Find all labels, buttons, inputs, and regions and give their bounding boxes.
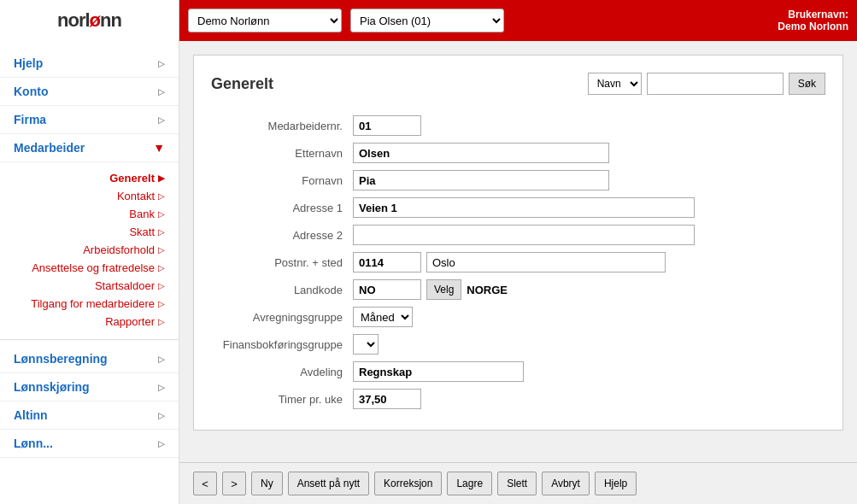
landkode-input[interactable] [353,279,421,300]
chevron-right-icon: ▷ [158,281,165,290]
sidebar-item-tilgang[interactable]: Tilgang for medarbeidere ▷ [0,295,179,313]
chevron-right-icon: ▷ [158,245,165,255]
medarbeidernr-label: Medarbeidernr. [211,112,348,139]
postnr-group [353,252,820,273]
search-button[interactable]: Søk [789,73,825,95]
main-area: Generelt Navn Søk Medarbeidernr. [179,41,857,504]
prev-button[interactable]: < [193,472,217,495]
user-info: Brukernavn: Demo Norlonn [778,9,848,32]
chevron-right-icon: ▷ [158,355,165,364]
content-header: Generelt Navn Søk [211,73,825,95]
search-input[interactable] [647,73,784,95]
form-row-postnr: Postnr. + sted [211,249,825,276]
fornavn-input[interactable] [353,170,609,190]
timer-input[interactable] [353,389,421,409]
ny-button[interactable]: Ny [251,472,283,495]
sidebar-item-medarbeider[interactable]: Medarbeider ▼ [0,134,179,162]
chevron-right-icon: ▷ [158,383,165,392]
hjelp-button[interactable]: Hjelp [595,472,637,495]
chevron-right-icon: ▷ [158,115,165,125]
sidebar-item-altinn[interactable]: Altinn ▷ [0,401,179,430]
avdeling-input[interactable] [353,361,524,382]
chevron-right-icon: ▷ [158,263,165,273]
chevron-down-icon: ▼ [153,141,165,155]
page-title: Generelt [211,75,273,93]
finansbokforing-select[interactable] [353,334,379,355]
adresse1-label: Adresse 1 [211,194,348,221]
chevron-right-filled-icon: ▶ [158,173,165,183]
sidebar-item-kontakt[interactable]: Kontakt ▷ [0,187,179,205]
sidebar-item-lonnskjoring[interactable]: Lønnskjøring ▷ [0,373,179,401]
fornavn-label: Fornavn [211,167,348,194]
velg-button[interactable]: Velg [426,279,461,300]
ansett-button[interactable]: Ansett på nytt [288,472,369,495]
avbryt-button[interactable]: Avbryt [542,472,590,495]
etternavn-input[interactable] [353,143,609,163]
sidebar-sub-label-bank: Bank [129,208,155,220]
medarbeidernr-input[interactable] [353,115,421,136]
korreksjon-button[interactable]: Korreksjon [374,472,442,495]
chevron-right-icon: ▷ [158,227,165,237]
slett-button[interactable]: Slett [497,472,537,495]
search-filter-select[interactable]: Navn [588,73,642,95]
sidebar-item-lonn[interactable]: Lønn... ▷ [0,430,179,458]
postnr-input[interactable] [353,252,421,273]
chevron-right-icon: ▷ [158,191,165,201]
chevron-right-icon: ▷ [158,87,165,97]
sidebar-item-lonnsberegning[interactable]: Lønnsberegning ▷ [0,345,179,373]
header-controls: Demo Norlønn Pia Olsen (01) Brukernavn: … [179,0,857,41]
sidebar-item-arbeidsforhold[interactable]: Arbeidsforhold ▷ [0,241,179,259]
adresse1-input[interactable] [353,197,695,218]
sidebar-sub-label-skatt: Skatt [129,226,155,238]
search-area: Navn Søk [588,73,825,95]
sidebar-item-rapporter[interactable]: Rapporter ▷ [0,313,179,331]
sidebar-sub-label-generelt: Generelt [109,172,155,185]
chevron-right-icon: ▷ [158,209,165,219]
sidebar-label-lonn: Lønn... [14,437,53,450]
chevron-right-icon: ▷ [158,411,165,420]
finansbokforing-label: Finansbokføringsgruppe [211,331,348,358]
form-row-landkode: Landkode Velg NORGE [211,276,825,303]
sidebar-item-konto[interactable]: Konto ▷ [0,78,179,106]
user-dropdown[interactable]: Pia Olsen (01) [350,9,504,32]
user-label: Brukernavn: [778,9,848,21]
generelt-form: Medarbeidernr. Etternavn F [211,112,825,413]
company-dropdown[interactable]: Demo Norlønn [188,9,342,32]
sidebar-item-bank[interactable]: Bank ▷ [0,205,179,223]
sidebar-item-firma[interactable]: Firma ▷ [0,106,179,134]
sidebar-item-startsaldoer[interactable]: Startsaldoer ▷ [0,277,179,295]
sidebar-bottom-section: Lønnsberegning ▷ Lønnskjøring ▷ Altinn ▷… [0,345,179,458]
logo-text: norlønn [57,9,121,32]
sidebar-sub-label-rapporter: Rapporter [105,315,155,328]
sidebar-item-generelt[interactable]: Generelt ▶ [0,169,179,187]
sidebar-label-konto: Konto [14,85,48,98]
avdeling-label: Avdeling [211,358,348,385]
etternavn-label: Etternavn [211,139,348,167]
next-button[interactable]: > [222,472,246,495]
chevron-right-icon: ▷ [158,59,165,68]
postnr-label: Postnr. + sted [211,249,348,276]
user-name: Demo Norlonn [778,21,848,32]
sidebar-main-section: Hjelp ▷ Konto ▷ Firma ▷ Medarbeider ▼ [0,50,179,162]
form-row-avregningsgruppe: Avregningsgruppe Måned [211,303,825,331]
chevron-right-icon: ▷ [158,439,165,448]
avregningsgruppe-label: Avregningsgruppe [211,303,348,331]
sidebar-label-lonnsberegning: Lønnsberegning [14,352,108,366]
lagre-button[interactable]: Lagre [447,472,492,495]
timer-label: Timer pr. uke [211,385,348,413]
form-row-adresse1: Adresse 1 [211,194,825,221]
avregningsgruppe-select[interactable]: Måned [353,307,413,327]
sidebar-item-ansettelse[interactable]: Ansettelse og fratredelse ▷ [0,259,179,277]
sidebar-sub-label-startsaldoer: Startsaldoer [95,279,155,292]
form-row-fornavn: Fornavn [211,167,825,194]
content-box: Generelt Navn Søk Medarbeidernr. [193,55,843,431]
sidebar-item-hjelp[interactable]: Hjelp ▷ [0,50,179,78]
sidebar-label-lonnskjoring: Lønnskjøring [14,380,90,394]
sidebar-sub-label-kontakt: Kontakt [117,190,155,202]
adresse2-input[interactable] [353,225,695,245]
sidebar-item-skatt[interactable]: Skatt ▷ [0,223,179,241]
form-row-finansbokforing: Finansbokføringsgruppe [211,331,825,358]
footer-toolbar: < > Ny Ansett på nytt Korreksjon Lagre S… [179,462,857,504]
sted-input[interactable] [426,252,666,273]
sidebar-label-hjelp: Hjelp [14,56,43,70]
